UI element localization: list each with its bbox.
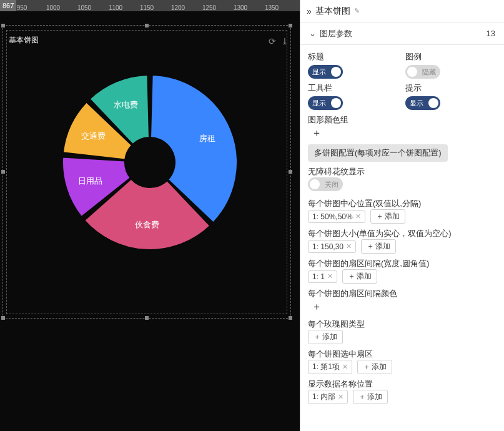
segment-label: 日用品 [78,176,102,186]
add-rose-type-button[interactable]: ＋添加 [308,330,343,344]
properties-panel: » 基本饼图 ✎ ⌄图层参数 13 标题 显示 图例 隐藏 工具栏 显示 提示 … [300,0,504,431]
resize-handle[interactable] [145,24,149,27]
toggle-toolbar[interactable]: 显示 [308,96,343,110]
refresh-icon[interactable]: ⟳ [269,36,276,46]
label-color-group: 图形颜色组 [308,115,348,124]
pencil-icon[interactable]: ✎ [354,7,360,15]
label-title: 标题 [308,51,399,62]
resize-handle[interactable] [1,170,5,174]
label-center-pos: 每个饼图中心位置(双值以,分隔) [308,199,421,208]
segment-label: 水电费 [114,100,138,109]
ruler-horizontal: 867 95010001050110011501200125013001350 [0,0,300,11]
label-toolbar: 工具栏 [308,82,399,94]
close-icon[interactable]: ✕ [346,242,352,250]
segment-label: 交通费 [81,131,106,141]
canvas-pane: 867 95010001050110011501200125013001350 … [0,0,300,431]
label-gap-color: 每个饼图的扇区间隔颜色 [308,289,397,298]
resize-handle[interactable] [145,316,149,320]
toggle-accessible[interactable]: 关闭 [308,177,343,191]
add-size-button[interactable]: ＋添加 [361,239,396,254]
panel-header: » 基本饼图 ✎ [300,0,504,22]
section-header[interactable]: ⌄图层参数 13 [300,22,504,45]
chart-title: 基本饼图 [9,35,39,46]
multi-config-button[interactable]: 多饼图配置(每项对应一个饼图配置) [308,144,448,162]
close-icon[interactable]: ✕ [327,272,333,280]
add-selected-button[interactable]: ＋添加 [357,360,392,374]
segment-label: 房租 [199,134,215,143]
donut-chart: 房租伙食费日用品交通费水电费 [56,69,244,256]
close-icon[interactable]: ✕ [355,212,361,220]
param-count: 13 [487,29,495,38]
close-icon[interactable]: ✕ [338,393,343,401]
close-icon[interactable]: ✕ [342,363,348,371]
toggle-title[interactable]: 显示 [308,65,343,79]
add-label-pos-button[interactable]: ＋添加 [353,390,388,404]
add-gap-button[interactable]: ＋添加 [342,269,377,284]
tag-gap[interactable]: 1: 1✕ [308,270,337,283]
download-icon[interactable]: ⤓ [281,36,289,46]
label-gap: 每个饼图的扇区间隔(宽度,圆角值) [308,259,429,268]
label-label-pos: 显示数据名称位置 [308,379,373,389]
label-size: 每个饼图大小(单值为实心，双值为空心) [308,229,452,238]
resize-handle[interactable] [289,24,292,27]
panel-title: 基本饼图 [315,6,350,17]
toggle-tooltip[interactable]: 显示 [405,96,440,110]
label-rose-type: 每个玫瑰图类型 [308,319,365,329]
toggle-legend[interactable]: 隐藏 [405,65,440,79]
resize-handle[interactable] [289,170,292,174]
tag-center-pos[interactable]: 1: 50%,50%✕ [308,211,365,223]
label-legend: 图例 [405,51,497,62]
resize-handle[interactable] [1,24,5,27]
label-tooltip: 提示 [405,82,497,94]
canvas-area[interactable]: 基本饼图 ⟳ ⤓ 房租伙食费日用品交通费水电费 [0,11,300,431]
label-accessible: 无障碍花纹显示 [308,167,365,176]
add-center-pos-button[interactable]: ＋添加 [370,209,405,224]
ruler-origin: 867 [0,0,16,11]
tag-label-pos[interactable]: 1: 内部✕ [308,390,348,404]
props-body: 标题 显示 图例 隐藏 工具栏 显示 提示 显示 图形颜色组 ＋ 多饼图配置(每… [300,45,504,410]
resize-handle[interactable] [1,316,5,320]
chart-toolbar: ⟳ ⤓ [269,36,289,46]
add-gap-color-button[interactable]: ＋ [308,299,325,314]
tag-size[interactable]: 1: 150,30✕ [308,240,356,253]
chevron-down-icon: ⌄ [309,29,316,38]
collapse-icon[interactable]: » [307,6,312,16]
add-color-button[interactable]: ＋ [308,126,325,141]
tag-selected[interactable]: 1: 第1项✕ [308,360,352,374]
label-selected: 每个饼图选中扇区 [308,349,373,359]
resize-handle[interactable] [289,316,292,320]
segment-label: 伙食费 [135,220,159,229]
